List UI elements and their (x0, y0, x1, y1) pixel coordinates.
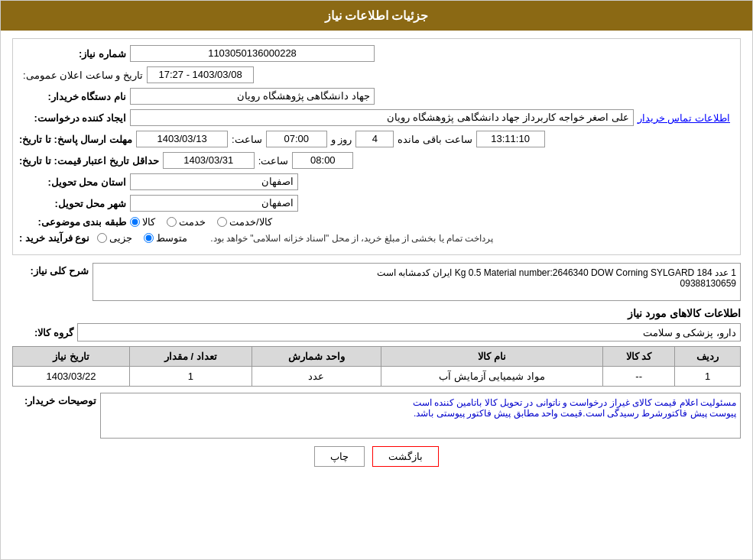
col-code: کد کالا (603, 347, 675, 367)
price-time-label: ساعت: (258, 155, 289, 167)
category-radio-group: کالا/خدمت خدمت کالا (130, 216, 272, 228)
col-name: نام کالا (381, 347, 602, 367)
description-content: 1 عدد Kg 0.5 Material number:2646340 DOW… (93, 263, 741, 301)
buyer-notes-content: مسئولیت اعلام قیمت کالای غیراز درخواست و… (100, 393, 741, 439)
province-label: استان محل تحویل: (19, 176, 126, 188)
buyer-notes-label: توصیحات خریدار: (12, 393, 96, 406)
days-label: روز و (331, 134, 352, 145)
description-section: 1 عدد Kg 0.5 Material number:2646340 DOW… (12, 263, 741, 301)
group-row: دارو، پزشکی و سلامت گروه کالا: (12, 323, 741, 342)
price-date-input: 1403/03/31 (163, 152, 255, 169)
buyer-org-input: جهاد دانشگاهی پژوهشگاه رویان (130, 88, 375, 105)
need-number-label: شماره نیاز: (19, 48, 126, 60)
category-goods-service-label: کالا/خدمت (229, 216, 272, 228)
announcement-label: تاریخ و ساعت اعلان عمومی: (23, 70, 143, 81)
send-time-input: 07:00 (266, 131, 327, 147)
remaining-label: ساعت باقی مانده (398, 134, 472, 145)
category-goods-service-radio[interactable] (217, 217, 227, 227)
requester-label: ایجاد کننده درخواست: (19, 112, 126, 124)
table-cell: مواد شیمیایی آزمایش آب (381, 367, 602, 387)
send-time-label: ساعت: (232, 134, 262, 145)
requester-input: علی اصغر خواجه کاربرداز جهاد دانشگاهی پژ… (130, 109, 634, 126)
col-row: ردیف (675, 347, 741, 367)
buttons-row: بازگشت چاپ (12, 446, 741, 467)
process-note: پرداخت تمام یا بخشی از مبلغ خرید، از محل… (210, 233, 493, 244)
goods-title: اطلاعات کالاهای مورد نیاز (12, 307, 741, 319)
group-label: گروه کالا: (12, 327, 73, 338)
goods-table: ردیف کد کالا نام کالا واحد شمارش تعداد /… (12, 346, 741, 387)
back-button[interactable]: بازگشت (372, 446, 439, 467)
category-service-label: خدمت (179, 216, 206, 228)
process-row: پرداخت تمام یا بخشی از مبلغ خرید، از محل… (19, 232, 734, 244)
category-goods-item[interactable]: کالا (130, 216, 155, 228)
table-cell: 1 (675, 367, 741, 387)
send-date-input: 1403/03/13 (136, 131, 228, 147)
process-medium-radio[interactable] (144, 233, 154, 243)
table-cell: 1 (129, 367, 252, 387)
process-retail-radio[interactable] (97, 233, 107, 243)
category-service-item[interactable]: خدمت (167, 216, 206, 228)
col-unit: واحد شمارش (252, 347, 381, 367)
table-cell: عدد (252, 367, 381, 387)
announcement-input: 1403/03/08 - 17:27 (147, 66, 254, 83)
contact-link[interactable]: اطلاعات تماس خریدار (638, 112, 730, 124)
table-cell: -- (603, 367, 675, 387)
page-title: جزئیات اطلاعات نیاز (325, 9, 429, 22)
col-quantity: تعداد / مقدار (129, 347, 252, 367)
process-retail-item[interactable]: جزیی (97, 232, 132, 244)
table-row: 1--مواد شیمیایی آزمایش آبعدد11403/03/22 (13, 367, 741, 387)
category-goods-service-item[interactable]: کالا/خدمت (217, 216, 272, 228)
province-input: اصفهان (130, 173, 298, 190)
page-header: جزئیات اطلاعات نیاز (1, 1, 752, 31)
category-label: طبقه بندی موضوعی: (19, 216, 126, 228)
process-medium-item[interactable]: متوسط (144, 232, 187, 244)
process-radio-group: متوسط جزیی (97, 232, 187, 244)
table-cell: 1403/03/22 (13, 367, 130, 387)
process-retail-label: جزیی (109, 232, 132, 244)
buyer-org-label: نام دستگاه خریدار: (19, 91, 126, 102)
category-goods-radio[interactable] (130, 217, 140, 227)
process-label: نوع فرآیند خرید : (19, 232, 89, 244)
price-time-input: 08:00 (292, 152, 353, 169)
print-button[interactable]: چاپ (314, 446, 365, 467)
category-goods-label: کالا (142, 216, 155, 228)
buyer-notes-section: مسئولیت اعلام قیمت کالای غیراز درخواست و… (12, 393, 741, 439)
city-input: اصفهان (130, 195, 298, 212)
price-validity-label: حداقل تاریخ اعتبار قیمت: تا تاریخ: (19, 155, 159, 167)
description-label: شرح کلی نیاز: (12, 263, 89, 277)
category-service-radio[interactable] (167, 217, 177, 227)
process-medium-label: متوسط (156, 232, 187, 244)
group-input: دارو، پزشکی و سلامت (77, 323, 741, 342)
city-label: شهر محل تحویل: (19, 198, 126, 209)
need-number-input: 1103050136000228 (130, 45, 375, 62)
send-deadline-label: مهلت ارسال پاسخ: تا تاریخ: (19, 134, 132, 145)
days-input: 4 (355, 131, 394, 147)
col-date: تاریخ نیاز (13, 347, 130, 367)
remaining-time-input: 13:11:10 (476, 131, 545, 147)
